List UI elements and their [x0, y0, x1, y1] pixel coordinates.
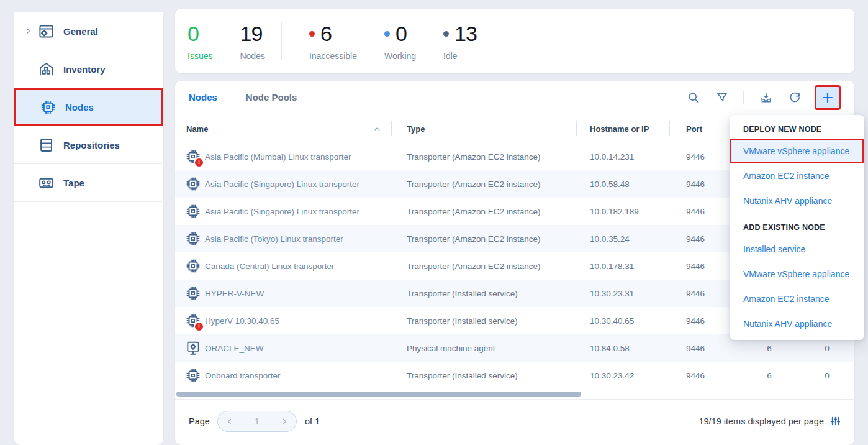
items-per-page-button[interactable] [830, 416, 841, 426]
dropdown-section-header: ADD EXISTING NODE [730, 217, 864, 237]
toolbar-button[interactable] [760, 91, 772, 104]
stat-value: 6 [320, 23, 332, 44]
next-page-button[interactable] [280, 417, 289, 426]
sidebar-item[interactable]: Inventory [14, 50, 163, 88]
stat-item: 19 Nodes [240, 21, 264, 61]
stat-label: Issues [188, 51, 212, 61]
stat-value: 19 [240, 23, 262, 44]
node-hostname: 10.30.23.31 [576, 289, 669, 298]
dropdown-item[interactable]: Installed service [730, 237, 864, 262]
toolbar-button[interactable] [716, 91, 728, 104]
node-port: 9446 [669, 152, 739, 162]
dropdown-item[interactable]: VMware vSphere appliance [730, 262, 864, 287]
table-row[interactable]: Onboard transporter Transporter (Install… [175, 362, 854, 389]
stat-item: 0 Working [384, 21, 416, 61]
node-hostname: 10.84.0.58 [576, 344, 669, 353]
sliders-icon [830, 416, 841, 426]
chevron-right-icon[interactable] [24, 27, 38, 35]
node-type: Physical machine agent [391, 344, 576, 353]
stat-label: Idle [443, 51, 477, 61]
current-page: 1 [255, 416, 260, 426]
toolbar-button[interactable] [687, 91, 700, 104]
dropdown-item[interactable]: VMware vSphere appliance [730, 139, 864, 163]
node-hostname: 10.0.14.231 [576, 152, 669, 162]
column-header-name[interactable]: Name [175, 124, 391, 134]
column-header-type[interactable]: Type [391, 124, 576, 134]
node-type-icon [185, 340, 201, 356]
node-extra-value: 6 [739, 371, 800, 380]
error-badge-icon: ! [194, 157, 204, 168]
status-dot-icon [443, 31, 449, 37]
table-footer: Page 1 of 1 19/19 items displayed per pa… [175, 399, 854, 443]
dropdown-item[interactable]: Amazon EC2 instance [730, 287, 864, 311]
node-type: Transporter (Installed service) [391, 371, 576, 380]
stats-divider [281, 22, 282, 60]
stat-label: Inaccessible [309, 51, 357, 61]
node-hostname: 10.0.35.24 [576, 234, 669, 244]
sidebar-item[interactable]: General [14, 12, 163, 50]
horizontal-scrollbar[interactable] [176, 392, 581, 397]
tab-bar: Nodes Node Pools [175, 81, 854, 114]
sidebar-item-label: Nodes [65, 102, 94, 112]
sidebar-item-label: Inventory [63, 64, 106, 75]
node-name-link[interactable]: HyperV 10.30.40.65 [205, 316, 391, 326]
sort-asc-icon[interactable] [373, 125, 381, 133]
node-type-icon [185, 285, 201, 301]
add-node-dropdown: DEPLOY NEW NODE VMware vSphere appliance… [730, 115, 864, 340]
node-type-icon [185, 367, 201, 383]
dropdown-item[interactable]: Amazon EC2 instance [730, 163, 864, 188]
node-name-link[interactable]: Asia Pacific (Singapore) Linux transport… [205, 207, 391, 216]
sidebar-item-label: Repositories [63, 140, 120, 150]
sidebar-item-icon [38, 137, 55, 154]
chevron-left-icon [225, 417, 234, 426]
sidebar-item[interactable]: Repositories [14, 126, 163, 164]
node-type: Transporter (Installed service) [391, 289, 576, 298]
toolbar-button[interactable] [815, 85, 841, 110]
tab[interactable]: Nodes [189, 92, 217, 103]
sidebar-item[interactable]: Tape [14, 164, 163, 202]
node-name-link[interactable]: Asia Pacific (Singapore) Linux transport… [205, 180, 391, 189]
dropdown-item[interactable]: Nutanix AHV appliance [730, 311, 864, 336]
node-name-link[interactable]: Asia Pacific (Mumbai) Linux transporter [205, 152, 391, 162]
node-type-icon [185, 231, 201, 247]
node-type: Transporter (Amazon EC2 instance) [391, 152, 576, 162]
page-count-label: of 1 [305, 416, 320, 426]
stat-item: 6 Inaccessible [309, 21, 357, 61]
status-dot-icon [384, 31, 390, 37]
node-type-icon [185, 176, 201, 192]
tab[interactable]: Node Pools [246, 92, 297, 103]
toolbar-button[interactable] [789, 91, 801, 104]
node-name-link[interactable]: HYPER-V-NEW [205, 289, 391, 298]
toolbar-icon [716, 91, 728, 104]
node-hostname: 10.30.40.65 [576, 316, 669, 326]
column-header-port[interactable]: Port [669, 124, 739, 134]
node-type-icon [185, 203, 201, 219]
node-name-link[interactable]: Asia Pacific (Tokyo) Linux transporter [205, 234, 391, 244]
node-hostname: 10.0.58.48 [576, 180, 669, 189]
stat-value: 0 [188, 23, 199, 44]
sidebar-item-label: Tape [63, 178, 84, 188]
horizontal-scrollbar-track [175, 389, 854, 399]
node-port: 9446 [669, 262, 739, 271]
node-port: 9446 [669, 207, 739, 216]
prev-page-button[interactable] [225, 417, 234, 426]
page-label: Page [189, 416, 210, 426]
node-name-link[interactable]: Canada (Central) Linux transporter [205, 262, 391, 271]
sidebar-item-icon [38, 175, 55, 191]
node-port: 9446 [669, 371, 739, 380]
stat-item: 0 Issues [188, 21, 212, 61]
toolbar-icon [821, 91, 834, 104]
node-extra-value: 0 [800, 344, 854, 353]
sidebar-item[interactable]: Nodes [14, 88, 163, 126]
column-header-hostname[interactable]: Hostname or IP [576, 124, 669, 134]
node-name-link[interactable]: Onboard transporter [205, 371, 391, 380]
node-type-icon [185, 258, 201, 274]
stat-value: 0 [396, 23, 407, 44]
dropdown-section: DEPLOY NEW NODE VMware vSphere appliance… [730, 119, 864, 213]
node-port: 9446 [669, 289, 739, 298]
node-name-link[interactable]: ORACLE_NEW [205, 344, 391, 353]
node-extra-value: 0 [800, 371, 854, 380]
error-badge-icon: ! [194, 321, 204, 332]
node-type: Transporter (Amazon EC2 instance) [391, 234, 576, 244]
dropdown-item[interactable]: Nutanix AHV appliance [730, 188, 864, 213]
